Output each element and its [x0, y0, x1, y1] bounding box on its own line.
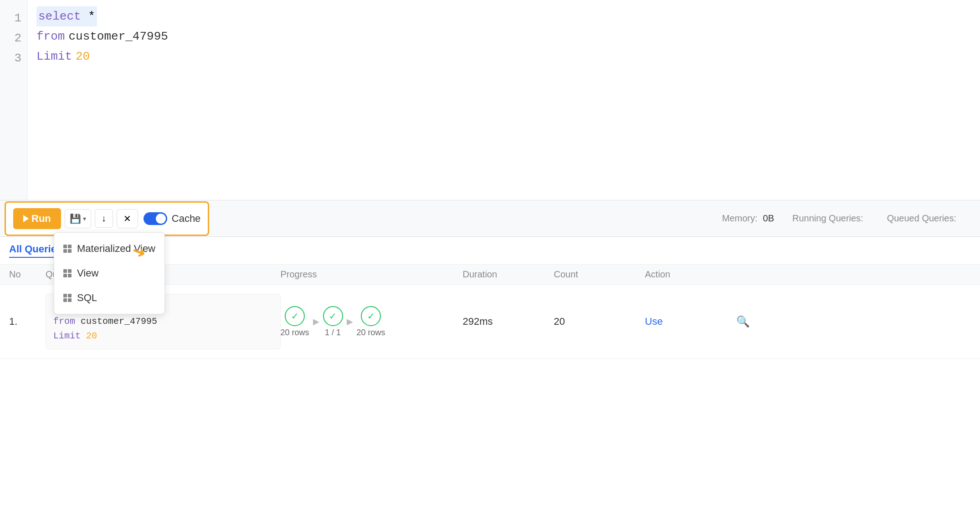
- sql-label: SQL: [77, 292, 97, 304]
- progress-label-1: 20 rows: [281, 328, 309, 338]
- progress-arrow-2: ▶: [347, 317, 353, 327]
- col-no: No: [9, 269, 46, 280]
- sql-icon: [63, 294, 72, 302]
- toolbar-inner: Run 💾 ▾ ↓ ✕ Cache: [5, 201, 209, 236]
- memory-stat: Memory: 0B: [722, 213, 774, 224]
- editor-area: 1 2 3 select * from customer_47995 Limit…: [0, 0, 980, 200]
- code-line-2: from customer_47995: [36, 26, 971, 46]
- duration-value: 292ms: [463, 316, 554, 327]
- code-line-3: Limit 20: [36, 46, 971, 66]
- view-label: View: [77, 267, 98, 279]
- col-extra: [736, 269, 971, 280]
- count-value: 20: [554, 316, 645, 327]
- cache-toggle[interactable]: [144, 212, 167, 225]
- col-progress: Progress: [281, 269, 463, 280]
- close-icon: ✕: [123, 214, 131, 224]
- query-line-3: Limit 20: [53, 329, 273, 343]
- progress-arrow-1: ▶: [313, 317, 319, 327]
- dropdown-item-sql[interactable]: SQL: [54, 286, 164, 310]
- save-button[interactable]: 💾 ▾: [65, 209, 91, 228]
- queued-label: Queued Queries:: [887, 213, 956, 224]
- use-action-button[interactable]: Use: [645, 316, 736, 327]
- running-label: Running Queries:: [792, 213, 863, 224]
- progress-section: ✓ 20 rows ▶ ✓ 1 / 1 ▶ ✓ 20 rows: [281, 306, 463, 338]
- keyword-from: from: [36, 26, 65, 46]
- row-number: 1.: [9, 316, 46, 327]
- dropdown-item-view[interactable]: View: [54, 261, 164, 286]
- code-star: *: [88, 10, 95, 23]
- materialized-view-icon: [63, 245, 72, 253]
- close-button[interactable]: ✕: [117, 209, 138, 228]
- table-name: customer_47995: [68, 26, 168, 46]
- cache-label: Cache: [172, 213, 201, 225]
- search-icon[interactable]: 🔍: [736, 315, 971, 328]
- run-label: Run: [31, 213, 51, 225]
- memory-value: 0B: [763, 213, 774, 224]
- running-stat: Running Queries:: [792, 213, 869, 224]
- view-icon: [63, 269, 72, 277]
- dropdown-item-materialized-view[interactable]: Materialized View: [54, 236, 164, 261]
- cache-toggle-container: Cache: [144, 212, 201, 225]
- save-icon: 💾: [70, 213, 81, 224]
- col-count: Count: [554, 269, 645, 280]
- memory-label: Memory:: [722, 213, 758, 224]
- run-triangle-icon: [23, 215, 29, 222]
- line-number-2: 2: [14, 28, 21, 48]
- save-dropdown-menu: Materialized View View SQL: [54, 232, 165, 314]
- run-button[interactable]: Run: [13, 208, 61, 229]
- col-duration: Duration: [463, 269, 554, 280]
- download-icon: ↓: [102, 213, 106, 223]
- line-numbers: 1 2 3: [0, 0, 27, 200]
- keyword-limit: Limit: [36, 46, 72, 66]
- stats-panel: Memory: 0B Running Queries: Queued Queri…: [722, 213, 980, 224]
- check-circle-3: ✓: [361, 306, 381, 326]
- limit-value: 20: [76, 46, 90, 66]
- keyword-select: select: [38, 10, 81, 23]
- query-line-2: from customer_47995: [53, 314, 273, 329]
- toolbar-area: Run 💾 ▾ ↓ ✕ Cache: [0, 200, 980, 237]
- progress-label-3: 20 rows: [357, 328, 385, 338]
- col-action: Action: [645, 269, 736, 280]
- queued-stat: Queued Queries:: [887, 213, 962, 224]
- line-number-1: 1: [14, 8, 21, 28]
- code-line-1: select *: [36, 6, 971, 26]
- progress-label-2: 1 / 1: [325, 328, 341, 338]
- check-circle-1: ✓: [285, 306, 305, 326]
- check-circle-2: ✓: [323, 306, 343, 326]
- download-button[interactable]: ↓: [95, 209, 113, 228]
- chevron-down-icon: ▾: [83, 215, 86, 222]
- line-number-3: 3: [14, 48, 21, 68]
- code-editor[interactable]: select * from customer_47995 Limit 20: [27, 0, 980, 200]
